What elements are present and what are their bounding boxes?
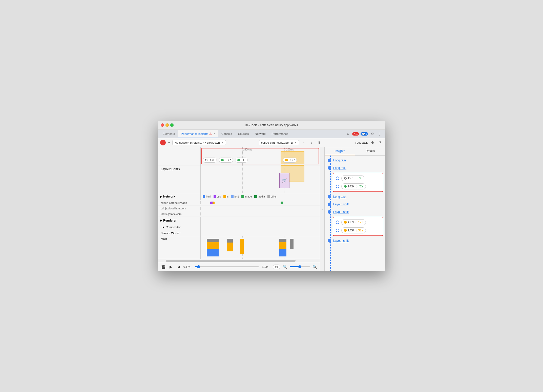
chevron-down-icon[interactable]: ▼ [168,141,170,144]
layout-shift-link-1[interactable]: Layout shift [333,203,349,206]
cls-icon [344,221,347,224]
js-bar-1 [213,202,215,204]
window-title: DevTools - coffee-cart.netlify.app/?ad=1 [245,123,298,127]
download-icon[interactable]: ↓ [309,140,314,145]
settings-icon[interactable]: ⚙ [370,131,375,137]
tab-performance-insights[interactable]: Performance insights ⚠ ✕ [178,130,218,138]
layout-shift-link-2[interactable]: Layout shift [333,210,349,214]
zoom-in-icon[interactable]: 🔍 [312,265,317,269]
screenshot-button[interactable]: 🎬 [161,264,166,269]
dcl-legend-item: DCL [203,158,217,163]
image-bar-1 [281,202,283,204]
tab-elements[interactable]: Elements [160,130,178,138]
feedback-button[interactable]: Feedback [355,141,368,144]
lcp-key: LCP [348,229,354,232]
network-row-0[interactable]: coffee-cart.netlify.app [158,200,320,206]
gear-icon[interactable]: ⚙ [370,140,375,145]
insight-layout-shift-1[interactable]: Layout shift [325,201,385,208]
zoom-slider[interactable] [290,266,310,267]
collapse-arrow-icon[interactable]: ▶ [160,195,162,198]
speed-badge[interactable]: x1 [273,265,280,269]
network-row-2-content [201,211,320,216]
playback-slider[interactable] [195,266,259,267]
maximize-button[interactable] [170,123,174,127]
tab-network[interactable]: Network [252,130,268,138]
playback-thumb[interactable] [197,265,200,268]
close-button[interactable] [161,123,164,127]
renderer-section: ▶ Renderer [158,217,320,224]
insight-layout-shift-2[interactable]: Layout shift [325,208,385,216]
lcp-dot-icon [285,159,288,161]
metric-legend: DCL FCP TTI [203,158,248,163]
scrollbar-thumb[interactable] [166,260,296,262]
insight-long-task-3[interactable]: Long task [325,193,385,201]
insight-long-task-1[interactable]: Long task [325,157,385,164]
main-label: Main [158,236,201,259]
main-block-1 [207,239,219,256]
renderer-arrow-icon[interactable]: ▶ [160,219,162,222]
compositor-section-label: Compositor [166,226,181,229]
media-dot [254,195,257,198]
font-dot [231,195,234,198]
renderer-label[interactable]: ▶ Renderer [158,217,201,224]
html-dot [203,195,205,198]
help-icon[interactable]: ? [377,140,383,145]
tti-dot-icon [237,159,240,161]
upload-icon[interactable]: ↑ [301,140,307,145]
tab-sources[interactable]: Sources [235,130,252,138]
insight-long-task-2[interactable]: Long task [325,164,385,172]
cls-key: CLS [348,221,354,224]
tab-console[interactable]: Console [218,130,235,138]
insight-dot-2 [328,166,331,170]
service-worker-section-label: Service Worker [161,232,180,235]
lcp-icon [344,229,347,232]
play-button[interactable]: ▶ [168,264,173,269]
lcp-value: 3.31s [356,229,363,232]
network-label[interactable]: ▶ Network [158,193,201,200]
network-row-1[interactable]: cdnjs.cloudflare.com [158,206,320,211]
compositor-arrow-icon[interactable]: ▶ [163,226,165,228]
main-block-3 [240,239,243,254]
tab-performance[interactable]: Performance [269,130,291,138]
zoom-thumb[interactable] [298,265,301,268]
more-options-icon[interactable]: ⋮ [377,131,382,137]
url-dropdown[interactable]: coffee-cart.netlify.app (1) ▼ [259,140,299,145]
dcl-dot-icon [205,159,207,161]
long-task-link-3[interactable]: Long task [333,195,346,199]
horizontal-scrollbar[interactable] [158,259,320,262]
image-dot [241,195,244,198]
compositor-label[interactable]: ▶ Compositor [158,224,201,230]
insight-dot-5 [328,210,331,214]
insight-dot-4 [328,203,331,206]
time-start-label: 0.17s [183,265,192,268]
zoom-out-icon[interactable]: 🔍 [283,265,287,269]
tab-elements-label: Elements [163,132,175,135]
dcl-key: DCL [348,177,354,180]
layout-shift-link-3[interactable]: Layout shift [333,239,349,243]
long-task-link-1[interactable]: Long task [333,159,346,162]
minimize-button[interactable] [165,123,169,127]
record-button[interactable] [160,140,166,145]
dcl-label: DCL [208,158,215,162]
more-tabs-button[interactable]: » [345,131,351,137]
skip-back-button[interactable]: |◀ [176,264,181,269]
network-legend: html css js font image media other [201,193,279,200]
collapse-sidebar-button[interactable]: › [320,147,325,271]
tab-close-icon[interactable]: ✕ [213,132,215,135]
insights-tab[interactable]: Insights [325,147,355,155]
legend-image: image [241,195,252,198]
timeline-label-col [158,147,201,165]
long-task-link-2[interactable]: Long task [333,166,346,170]
details-tab[interactable]: Details [355,147,385,155]
timeline-header: 1,600ms 3,200ms DCL [158,147,320,165]
delete-icon[interactable]: 🗑 [316,140,322,145]
insight-layout-shift-3[interactable]: Layout shift [325,237,385,245]
devtools-window: DevTools - coffee-cart.netlify.app/?ad=1… [158,121,385,271]
lcp-legend-item: LCP [283,158,297,163]
service-worker-row: Service Worker [158,230,320,236]
main-content-area: ... [201,236,320,259]
lcp-circle-icon [336,229,339,232]
network-row-2[interactable]: fonts.gstatic.com [158,211,320,217]
network-throttle-dropdown[interactable]: No network throttling, 4× slowdown ▼ [172,140,226,145]
ellipsis-label: ... [210,238,212,241]
